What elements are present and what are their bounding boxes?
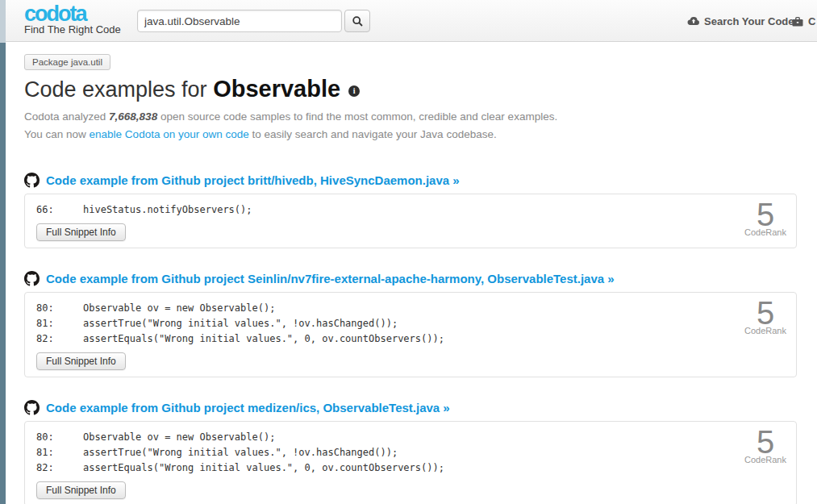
code-example-section-2: Code example from Github project Seinlin…: [24, 271, 797, 377]
line-number: 82:: [36, 331, 83, 347]
code-line: 80: Observable ov = new Observable();: [36, 430, 785, 445]
code-line: 66: hiveStatus.notifyObservers();: [36, 202, 785, 218]
code-line: 82: assertEquals("Wrong initial values."…: [36, 331, 785, 347]
codota-logo[interactable]: codota Find The Right Code: [24, 2, 121, 35]
code-line: 80: Observable ov = new Observable();: [36, 301, 785, 316]
coderank-badge: 5 CodeRank: [744, 426, 786, 464]
coderank-label: CodeRank: [744, 326, 786, 335]
line-number: 81:: [36, 445, 83, 460]
code-example-section-1: Code example from Github project britt/h…: [24, 173, 797, 248]
code-line: 82: assertEquals("Wrong initial values."…: [36, 460, 785, 476]
card-1-title-link[interactable]: Code example from Github project britt/h…: [46, 173, 460, 187]
briefcase-icon: [791, 15, 804, 27]
nav-careers[interactable]: C: [791, 15, 815, 27]
code-text: assertTrue("Wrong initial values.", !ov.…: [83, 445, 398, 460]
code-line: 81: assertTrue("Wrong initial values.", …: [36, 316, 785, 331]
page-title: Code examples for Observablei: [24, 77, 797, 102]
coderank-label: CodeRank: [744, 455, 786, 464]
window-edge-strip-top: [0, 0, 6, 43]
magnifier-icon: [352, 15, 364, 27]
coderank-label: CodeRank: [744, 227, 786, 237]
code-text: assertTrue("Wrong initial values.", !ov.…: [83, 316, 398, 331]
card-2-title-link[interactable]: Code example from Github project Seinlin…: [46, 272, 615, 285]
page-title-term: Observable: [213, 76, 340, 102]
card-3: 80: Observable ov = new Observable(); 81…: [24, 421, 797, 504]
line-number: 80:: [36, 430, 83, 445]
coderank-value: 5: [744, 198, 786, 231]
top-header: codota Find The Right Code Search Your C…: [0, 0, 817, 42]
full-snippet-info-button[interactable]: Full Snippet Info: [36, 481, 126, 499]
code-text: Observable ov = new Observable();: [83, 430, 275, 445]
logo-text: codota: [24, 2, 121, 25]
search-button[interactable]: [344, 10, 370, 32]
info-icon[interactable]: i: [348, 85, 360, 97]
intro-line2-post: to easily search and navigate your Java …: [249, 128, 497, 140]
header-search: [137, 10, 370, 32]
nav-careers-label: C: [808, 15, 815, 27]
card-1-title-row: Code example from Github project britt/h…: [24, 173, 797, 188]
code-text: assertEquals("Wrong initial values.", 0,…: [83, 460, 444, 476]
github-icon: [24, 173, 40, 188]
code-text: Observable ov = new Observable();: [83, 301, 275, 316]
intro-line1-post: open source code samples to find the mos…: [157, 110, 557, 123]
main-content: Package java.util Code examples for Obse…: [0, 42, 817, 504]
page-title-prefix: Code examples for: [24, 77, 213, 102]
github-icon: [24, 400, 40, 415]
coderank-badge: 5 CodeRank: [744, 198, 786, 237]
code-text: hiveStatus.notifyObservers();: [83, 202, 252, 218]
search-input[interactable]: [137, 10, 342, 32]
card-2-title-row: Code example from Github project Seinlin…: [24, 271, 797, 286]
coderank-value: 5: [744, 426, 786, 458]
github-icon: [24, 271, 40, 286]
cloud-upload-icon: [687, 16, 700, 27]
card-3-title-row: Code example from Github project medizen…: [24, 400, 797, 415]
intro-line-1: Codota analyzed 7,668,838 open source co…: [24, 108, 797, 126]
code-example-section-3: Code example from Github project medizen…: [24, 400, 797, 504]
code-line: 81: assertTrue("Wrong initial values.", …: [36, 445, 785, 460]
card-2: 80: Observable ov = new Observable(); 81…: [24, 292, 797, 377]
line-number: 81:: [36, 316, 83, 331]
line-number: 66:: [36, 202, 83, 218]
intro-line-2: You can now enable Codota on your own co…: [24, 126, 797, 144]
logo-tagline: Find The Right Code: [24, 23, 121, 35]
full-snippet-info-button[interactable]: Full Snippet Info: [36, 352, 126, 370]
code-text: assertEquals("Wrong initial values.", 0,…: [83, 331, 444, 347]
nav-search-your-code[interactable]: Search Your Code: [687, 15, 794, 27]
intro-line1-pre: Codota analyzed: [24, 110, 109, 123]
window-edge-strip: [0, 0, 6, 504]
line-number: 80:: [36, 301, 83, 316]
coderank-badge: 5 CodeRank: [744, 297, 786, 335]
coderank-value: 5: [744, 297, 786, 329]
card-3-title-link[interactable]: Code example from Github project medizen…: [46, 401, 450, 414]
nav-search-your-code-label: Search Your Code: [704, 15, 794, 27]
full-snippet-info-button[interactable]: Full Snippet Info: [36, 223, 126, 241]
analyzed-count: 7,668,838: [109, 110, 157, 123]
line-number: 82:: [36, 460, 83, 476]
card-1: 66: hiveStatus.notifyObservers(); Full S…: [24, 194, 797, 248]
intro-line2-pre: You can now: [24, 128, 90, 140]
package-badge[interactable]: Package java.util: [24, 54, 110, 70]
enable-codota-link[interactable]: enable Codota on your own code: [90, 128, 249, 140]
intro-text: Codota analyzed 7,668,838 open source co…: [24, 108, 797, 144]
